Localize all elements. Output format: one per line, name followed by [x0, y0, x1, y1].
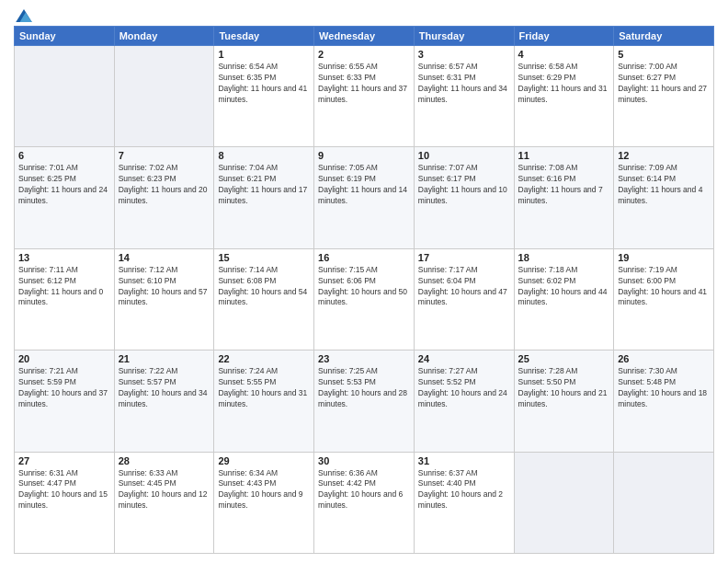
- day-info: Sunrise: 7:21 AMSunset: 5:59 PMDaylight:…: [18, 366, 110, 410]
- calendar-cell: 3Sunrise: 6:57 AMSunset: 6:31 PMDaylight…: [414, 46, 514, 147]
- calendar-cell: 1Sunrise: 6:54 AMSunset: 6:35 PMDaylight…: [214, 46, 314, 147]
- day-number: 26: [618, 353, 710, 364]
- weekday-header: Thursday: [414, 27, 514, 46]
- weekday-header: Sunday: [15, 27, 115, 46]
- weekday-header: Saturday: [614, 27, 714, 46]
- calendar-header-row: SundayMondayTuesdayWednesdayThursdayFrid…: [15, 27, 714, 46]
- weekday-header: Tuesday: [214, 27, 314, 46]
- day-number: 9: [318, 150, 410, 161]
- day-info: Sunrise: 7:12 AMSunset: 6:10 PMDaylight:…: [119, 265, 210, 309]
- day-number: 2: [318, 49, 410, 60]
- day-number: 5: [618, 49, 710, 60]
- day-number: 10: [418, 150, 510, 161]
- day-number: 8: [218, 150, 310, 161]
- day-number: 7: [119, 150, 210, 161]
- day-info: Sunrise: 6:37 AMSunset: 4:40 PMDaylight:…: [418, 468, 510, 512]
- day-info: Sunrise: 7:25 AMSunset: 5:53 PMDaylight:…: [318, 366, 410, 410]
- calendar-cell: 30Sunrise: 6:36 AMSunset: 4:42 PMDayligh…: [314, 452, 415, 553]
- day-info: Sunrise: 7:17 AMSunset: 6:04 PMDaylight:…: [418, 265, 510, 309]
- day-info: Sunrise: 6:31 AMSunset: 4:47 PMDaylight:…: [18, 468, 110, 512]
- day-info: Sunrise: 7:18 AMSunset: 6:02 PMDaylight:…: [518, 265, 610, 309]
- day-info: Sunrise: 7:30 AMSunset: 5:48 PMDaylight:…: [618, 366, 710, 410]
- day-info: Sunrise: 7:14 AMSunset: 6:08 PMDaylight:…: [218, 265, 310, 309]
- day-info: Sunrise: 7:11 AMSunset: 6:12 PMDaylight:…: [18, 265, 110, 309]
- day-number: 18: [518, 252, 610, 263]
- calendar-cell: 14Sunrise: 7:12 AMSunset: 6:10 PMDayligh…: [114, 248, 214, 350]
- header: [14, 9, 714, 18]
- calendar-cell: 4Sunrise: 6:58 AMSunset: 6:29 PMDaylight…: [514, 46, 614, 147]
- calendar-cell: 17Sunrise: 7:17 AMSunset: 6:04 PMDayligh…: [414, 248, 514, 350]
- calendar-cell: 13Sunrise: 7:11 AMSunset: 6:12 PMDayligh…: [15, 248, 115, 350]
- day-number: 4: [518, 49, 610, 60]
- day-number: 30: [318, 455, 410, 466]
- day-info: Sunrise: 7:28 AMSunset: 5:50 PMDaylight:…: [518, 366, 610, 410]
- day-info: Sunrise: 6:57 AMSunset: 6:31 PMDaylight:…: [418, 62, 510, 106]
- day-info: Sunrise: 7:22 AMSunset: 5:57 PMDaylight:…: [119, 366, 210, 410]
- day-info: Sunrise: 6:36 AMSunset: 4:42 PMDaylight:…: [318, 468, 410, 512]
- calendar-week-row: 6Sunrise: 7:01 AMSunset: 6:25 PMDaylight…: [15, 147, 714, 248]
- calendar-cell: 25Sunrise: 7:28 AMSunset: 5:50 PMDayligh…: [514, 350, 614, 452]
- calendar-cell: [514, 452, 614, 553]
- calendar-cell: 28Sunrise: 6:33 AMSunset: 4:45 PMDayligh…: [114, 452, 214, 553]
- day-number: 14: [119, 252, 210, 263]
- day-number: 16: [318, 252, 410, 263]
- logo: [14, 9, 32, 18]
- calendar-cell: 31Sunrise: 6:37 AMSunset: 4:40 PMDayligh…: [414, 452, 514, 553]
- calendar-week-row: 20Sunrise: 7:21 AMSunset: 5:59 PMDayligh…: [15, 350, 714, 452]
- calendar-cell: 12Sunrise: 7:09 AMSunset: 6:14 PMDayligh…: [614, 147, 714, 248]
- day-info: Sunrise: 7:15 AMSunset: 6:06 PMDaylight:…: [318, 265, 410, 309]
- day-info: Sunrise: 7:07 AMSunset: 6:17 PMDaylight:…: [418, 163, 510, 207]
- day-info: Sunrise: 7:08 AMSunset: 6:16 PMDaylight:…: [518, 163, 610, 207]
- calendar-cell: 16Sunrise: 7:15 AMSunset: 6:06 PMDayligh…: [314, 248, 415, 350]
- calendar-cell: [114, 46, 214, 147]
- calendar-cell: 9Sunrise: 7:05 AMSunset: 6:19 PMDaylight…: [314, 147, 415, 248]
- calendar-cell: 15Sunrise: 7:14 AMSunset: 6:08 PMDayligh…: [214, 248, 314, 350]
- day-number: 25: [518, 353, 610, 364]
- day-number: 6: [18, 150, 110, 161]
- day-info: Sunrise: 7:19 AMSunset: 6:00 PMDaylight:…: [618, 265, 710, 309]
- calendar-cell: 19Sunrise: 7:19 AMSunset: 6:00 PMDayligh…: [614, 248, 714, 350]
- page: SundayMondayTuesdayWednesdayThursdayFrid…: [0, 0, 728, 563]
- calendar-cell: 7Sunrise: 7:02 AMSunset: 6:23 PMDaylight…: [114, 147, 214, 248]
- day-number: 15: [218, 252, 310, 263]
- day-number: 11: [518, 150, 610, 161]
- calendar-week-row: 27Sunrise: 6:31 AMSunset: 4:47 PMDayligh…: [15, 452, 714, 553]
- day-info: Sunrise: 6:55 AMSunset: 6:33 PMDaylight:…: [318, 62, 410, 106]
- weekday-header: Wednesday: [314, 27, 415, 46]
- day-info: Sunrise: 6:33 AMSunset: 4:45 PMDaylight:…: [119, 468, 210, 512]
- day-info: Sunrise: 7:09 AMSunset: 6:14 PMDaylight:…: [618, 163, 710, 207]
- calendar-cell: 23Sunrise: 7:25 AMSunset: 5:53 PMDayligh…: [314, 350, 415, 452]
- weekday-header: Friday: [514, 27, 614, 46]
- day-info: Sunrise: 7:04 AMSunset: 6:21 PMDaylight:…: [218, 163, 310, 207]
- calendar-cell: 24Sunrise: 7:27 AMSunset: 5:52 PMDayligh…: [414, 350, 514, 452]
- day-info: Sunrise: 6:34 AMSunset: 4:43 PMDaylight:…: [218, 468, 310, 512]
- calendar-cell: 8Sunrise: 7:04 AMSunset: 6:21 PMDaylight…: [214, 147, 314, 248]
- day-info: Sunrise: 7:24 AMSunset: 5:55 PMDaylight:…: [218, 366, 310, 410]
- calendar-cell: 22Sunrise: 7:24 AMSunset: 5:55 PMDayligh…: [214, 350, 314, 452]
- calendar-cell: 18Sunrise: 7:18 AMSunset: 6:02 PMDayligh…: [514, 248, 614, 350]
- calendar-cell: 6Sunrise: 7:01 AMSunset: 6:25 PMDaylight…: [15, 147, 115, 248]
- calendar-week-row: 13Sunrise: 7:11 AMSunset: 6:12 PMDayligh…: [15, 248, 714, 350]
- calendar-cell: 10Sunrise: 7:07 AMSunset: 6:17 PMDayligh…: [414, 147, 514, 248]
- logo-icon: [16, 9, 32, 22]
- day-number: 29: [218, 455, 310, 466]
- calendar-cell: 26Sunrise: 7:30 AMSunset: 5:48 PMDayligh…: [614, 350, 714, 452]
- day-info: Sunrise: 7:05 AMSunset: 6:19 PMDaylight:…: [318, 163, 410, 207]
- day-number: 27: [18, 455, 110, 466]
- day-info: Sunrise: 7:01 AMSunset: 6:25 PMDaylight:…: [18, 163, 110, 207]
- calendar-cell: 21Sunrise: 7:22 AMSunset: 5:57 PMDayligh…: [114, 350, 214, 452]
- calendar-table: SundayMondayTuesdayWednesdayThursdayFrid…: [14, 26, 714, 554]
- day-number: 20: [18, 353, 110, 364]
- calendar-cell: 5Sunrise: 7:00 AMSunset: 6:27 PMDaylight…: [614, 46, 714, 147]
- calendar-cell: 27Sunrise: 6:31 AMSunset: 4:47 PMDayligh…: [15, 452, 115, 553]
- day-info: Sunrise: 6:54 AMSunset: 6:35 PMDaylight:…: [218, 62, 310, 106]
- calendar-week-row: 1Sunrise: 6:54 AMSunset: 6:35 PMDaylight…: [15, 46, 714, 147]
- day-number: 17: [418, 252, 510, 263]
- day-number: 31: [418, 455, 510, 466]
- calendar-cell: 2Sunrise: 6:55 AMSunset: 6:33 PMDaylight…: [314, 46, 415, 147]
- day-number: 1: [218, 49, 310, 60]
- day-number: 13: [18, 252, 110, 263]
- day-number: 22: [218, 353, 310, 364]
- calendar-cell: 29Sunrise: 6:34 AMSunset: 4:43 PMDayligh…: [214, 452, 314, 553]
- day-info: Sunrise: 7:02 AMSunset: 6:23 PMDaylight:…: [119, 163, 210, 207]
